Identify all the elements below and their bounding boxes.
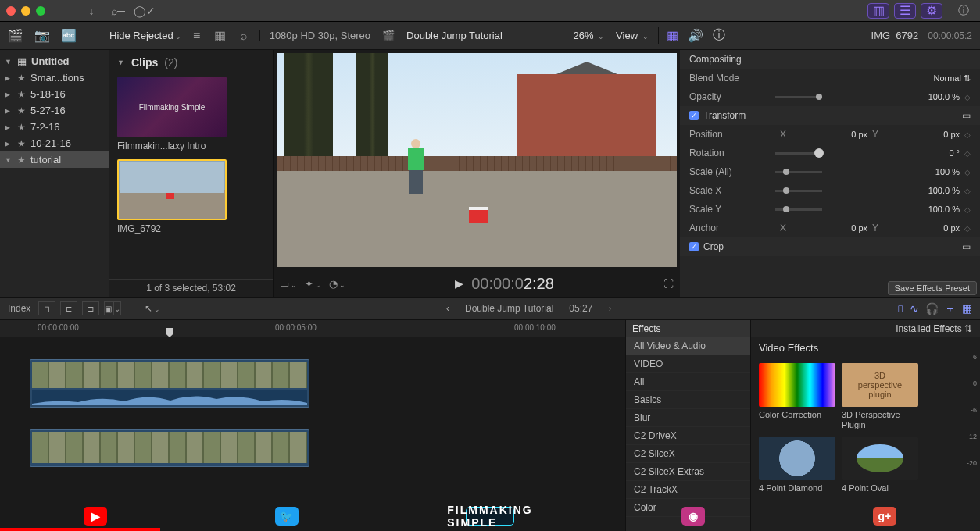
- effects-category-row[interactable]: C2 SliceX Extras: [626, 463, 750, 481]
- import-icon[interactable]: ↓: [81, 3, 102, 19]
- library-event-row[interactable]: ▶★10-21-16: [0, 135, 109, 151]
- transform-onscreen-icon[interactable]: ▭: [962, 110, 971, 121]
- view-dropdown[interactable]: View ⌄: [616, 30, 649, 41]
- disclosure-triangle-icon[interactable]: ▶: [5, 74, 13, 82]
- effects-category-row[interactable]: Basics: [626, 391, 750, 409]
- scale-y-value[interactable]: 100.0 %: [928, 205, 960, 214]
- installed-effects-dropdown[interactable]: Installed Effects ⇅: [751, 320, 980, 337]
- browser-toggle-button[interactable]: ▥: [867, 3, 889, 19]
- scale-x-slider[interactable]: [775, 190, 822, 192]
- disclosure-triangle-icon[interactable]: ▶: [5, 107, 13, 115]
- effects-category-row[interactable]: All: [626, 373, 750, 391]
- keyframe-icon[interactable]: ◇: [964, 130, 971, 139]
- timeline-ruler[interactable]: 00:00:00:00 00:00:05:00 00:00:10:00: [0, 320, 625, 337]
- inspector-audio-tab[interactable]: 🔊: [688, 28, 703, 43]
- video-progress-bar[interactable]: [0, 528, 160, 531]
- library-icon[interactable]: 🎬: [6, 27, 25, 45]
- keyframe-icon[interactable]: ◇: [964, 149, 971, 158]
- fullscreen-icon[interactable]: ⛶: [663, 278, 674, 290]
- position-x-field[interactable]: 0 px: [851, 130, 867, 139]
- save-effects-preset-button[interactable]: Save Effects Preset: [888, 281, 977, 295]
- effect-item[interactable]: 4 Point Diamond: [759, 437, 835, 494]
- viewer-timecode[interactable]: 00:00:02:28: [471, 274, 554, 293]
- timeline-toggle-button[interactable]: ☰: [894, 3, 916, 19]
- inspector-toggle-button[interactable]: ⚙: [921, 3, 942, 19]
- crop-onscreen-icon[interactable]: ▭: [962, 241, 971, 252]
- clip-thumbnail-selected[interactable]: [117, 159, 227, 220]
- timeline-clip[interactable]: IMG_6792: [30, 359, 309, 408]
- effects-category-row[interactable]: C2 TrackX: [626, 481, 750, 499]
- index-button[interactable]: Index: [8, 303, 30, 314]
- clip-list-icon[interactable]: ≡: [189, 29, 205, 43]
- select-tool[interactable]: ↖⌄: [145, 303, 160, 314]
- effects-category-row[interactable]: C2 SliceX: [626, 445, 750, 463]
- snapping-icon[interactable]: ⫟: [945, 302, 956, 315]
- enhance-dropdown[interactable]: ✦⌄: [305, 278, 321, 290]
- rotation-dial[interactable]: [775, 152, 822, 155]
- viewer-canvas[interactable]: [277, 53, 677, 267]
- clip-filmstrip-icon[interactable]: ▦: [213, 28, 228, 43]
- solo-icon[interactable]: 🎧: [925, 302, 939, 315]
- keyframe-icon[interactable]: ◇: [964, 224, 971, 233]
- effect-item[interactable]: 4 Point Oval: [842, 437, 918, 494]
- keyframe-icon[interactable]: ◇: [964, 187, 971, 195]
- anchor-y-field[interactable]: 0 px: [943, 223, 960, 233]
- timeline-display-icon[interactable]: ▦: [962, 302, 972, 315]
- keyframe-icon[interactable]: ◇: [964, 93, 971, 102]
- scale-x-value[interactable]: 100.0 %: [928, 186, 960, 195]
- opacity-value[interactable]: 100.0 %: [928, 92, 960, 102]
- rotation-value[interactable]: 0 °: [949, 148, 960, 158]
- insert-clip-button[interactable]: ⊏: [60, 301, 77, 315]
- disclosure-triangle-icon[interactable]: ▼: [117, 59, 125, 66]
- retime-dropdown[interactable]: ◔⌄: [329, 278, 345, 290]
- fullscreen-window-button[interactable]: [36, 6, 45, 16]
- library-root[interactable]: ▼ ▦ Untitled: [0, 53, 109, 69]
- opacity-slider[interactable]: [775, 96, 822, 98]
- transform-checkbox[interactable]: ✓: [689, 111, 699, 120]
- effects-category-row[interactable]: C2 DriveX: [626, 427, 750, 445]
- skimming-icon[interactable]: ⎍: [897, 302, 903, 315]
- library-event-row[interactable]: ▶★5-18-16: [0, 86, 109, 102]
- inspector-video-tab[interactable]: ▦: [667, 28, 678, 43]
- disclosure-triangle-icon[interactable]: ▶: [5, 123, 13, 131]
- scale-all-value[interactable]: 100 %: [935, 167, 960, 176]
- connect-clip-button[interactable]: ⊓: [38, 301, 55, 315]
- audio-skimming-icon[interactable]: ∿: [910, 302, 919, 315]
- scale-all-slider[interactable]: [775, 171, 822, 173]
- play-button[interactable]: ▶: [455, 277, 463, 290]
- library-event-row[interactable]: ▼★tutorial: [0, 151, 109, 168]
- effects-category-row[interactable]: VIDEO: [626, 355, 750, 373]
- timeline-prev-button[interactable]: ‹: [446, 303, 449, 314]
- clip-thumbnail[interactable]: Filmmaking Simple: [117, 77, 227, 137]
- filter-dropdown[interactable]: Hide Rejected⌄: [109, 30, 181, 41]
- info-icon[interactable]: ⓘ: [953, 3, 974, 19]
- effects-category-row[interactable]: Color: [626, 499, 750, 517]
- effect-item[interactable]: 3D perspective plugin 3D Perspective Plu…: [842, 363, 918, 430]
- inspector-info-tab[interactable]: ⓘ: [713, 27, 725, 44]
- disclosure-triangle-icon[interactable]: ▶: [5, 91, 13, 98]
- position-y-field[interactable]: 0 px: [943, 130, 960, 139]
- library-event-row[interactable]: ▶★Smar...tions: [0, 69, 109, 86]
- playhead[interactable]: [170, 320, 170, 531]
- effects-category-row[interactable]: Blur: [626, 409, 750, 427]
- scale-y-slider[interactable]: [775, 208, 822, 211]
- disclosure-triangle-icon[interactable]: ▶: [5, 140, 13, 148]
- minimize-window-button[interactable]: [21, 6, 30, 16]
- timeline-clip[interactable]: IMG_6792: [30, 429, 309, 467]
- disclosure-triangle-icon[interactable]: ▼: [5, 58, 13, 66]
- effect-item[interactable]: Color Correction: [759, 363, 835, 430]
- disclosure-triangle-icon[interactable]: ▼: [5, 156, 13, 164]
- keyframe-icon[interactable]: ◇: [964, 168, 971, 176]
- keyword-icon[interactable]: ⌕─: [108, 3, 128, 19]
- zoom-dropdown[interactable]: 26% ⌄: [573, 30, 604, 41]
- timeline-panel[interactable]: 00:00:00:00 00:00:05:00 00:00:10:00 ↖ IM…: [0, 320, 625, 531]
- effects-category-row[interactable]: All Video & Audio: [626, 337, 750, 355]
- photos-icon[interactable]: 📷: [33, 27, 52, 45]
- append-clip-button[interactable]: ⊐: [82, 301, 99, 315]
- crop-checkbox[interactable]: ✓: [689, 242, 699, 251]
- titles-icon[interactable]: 🔤: [59, 27, 78, 45]
- overwrite-clip-button[interactable]: ▣⌄: [104, 301, 121, 315]
- library-event-row[interactable]: ▶★7-2-16: [0, 119, 109, 135]
- library-event-row[interactable]: ▶★5-27-16: [0, 102, 109, 119]
- anchor-x-field[interactable]: 0 px: [851, 223, 867, 233]
